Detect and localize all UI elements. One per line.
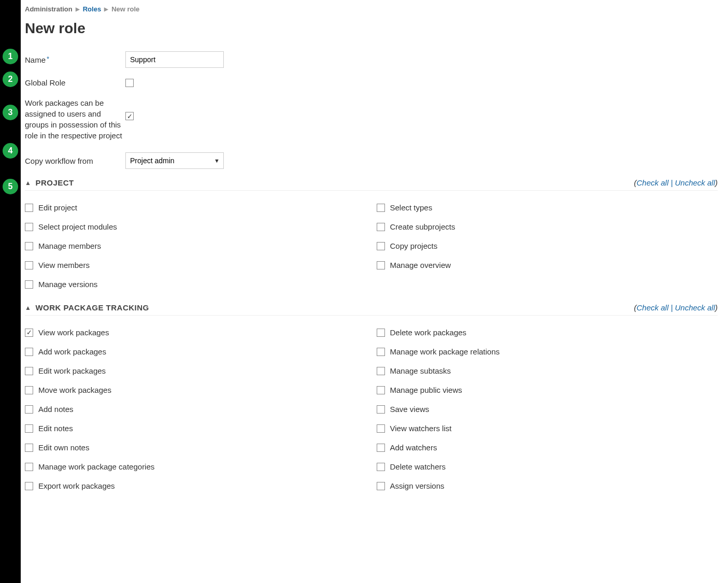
permission-checkbox[interactable] — [25, 424, 33, 433]
section-title-text: PROJECT — [35, 178, 74, 187]
permission-checkbox[interactable] — [377, 367, 385, 375]
permission-label: Edit notes — [38, 424, 73, 433]
permissions-section: ▲WORK PACKAGE TRACKING(Check all | Unche… — [25, 303, 718, 495]
permission-item: Edit project — [25, 198, 366, 217]
permission-item: Edit work packages — [25, 361, 366, 380]
permission-label: Manage work package relations — [390, 347, 500, 356]
permission-item: View work packages — [25, 323, 366, 342]
permission-checkbox[interactable] — [377, 223, 385, 231]
step-badge-5: 5 — [3, 179, 18, 194]
permission-item: Manage versions — [25, 275, 366, 294]
permission-checkbox[interactable] — [25, 405, 33, 414]
permission-label: View watchers list — [390, 424, 452, 433]
permission-checkbox[interactable] — [377, 242, 385, 250]
permission-item: Manage work package relations — [377, 342, 718, 361]
permission-checkbox[interactable] — [25, 444, 33, 452]
permission-label: Export work packages — [38, 481, 115, 490]
section-toggle[interactable]: ▲WORK PACKAGE TRACKING — [25, 303, 149, 312]
permission-checkbox[interactable] — [377, 204, 385, 212]
permission-item: Edit notes — [25, 419, 366, 438]
breadcrumb-admin[interactable]: Administration — [25, 5, 73, 13]
permission-item: Add notes — [25, 400, 366, 419]
permission-checkbox[interactable] — [25, 242, 33, 250]
permission-label: View members — [38, 261, 90, 269]
permission-checkbox[interactable] — [25, 348, 33, 356]
permission-item: View watchers list — [377, 419, 718, 438]
permission-label: Add watchers — [390, 443, 437, 452]
permission-label: Select project modules — [38, 222, 117, 231]
copy-workflow-label: Copy workflow from — [25, 155, 125, 166]
chevron-up-icon: ▲ — [25, 304, 31, 311]
permission-item: Delete work packages — [377, 323, 718, 342]
permission-label: Manage versions — [38, 280, 97, 289]
section-toggle[interactable]: ▲PROJECT — [25, 178, 74, 187]
permission-item: Delete watchers — [377, 457, 718, 476]
permission-checkbox[interactable] — [377, 348, 385, 356]
permission-label: Manage members — [38, 241, 101, 250]
permission-item: Add watchers — [377, 438, 718, 457]
global-role-checkbox[interactable] — [125, 79, 134, 87]
permission-item: Save views — [377, 400, 718, 419]
permission-item: Create subprojects — [377, 217, 718, 236]
permission-checkbox[interactable] — [25, 482, 33, 490]
chevron-right-icon: ▶ — [104, 6, 108, 12]
permission-item: Manage work package categories — [25, 457, 366, 476]
assignable-checkbox[interactable] — [125, 112, 134, 120]
permission-checkbox[interactable] — [377, 261, 385, 269]
assignable-label: Work packages can be assigned to users a… — [25, 97, 125, 141]
permission-item: Add work packages — [25, 342, 366, 361]
permission-label: Add work packages — [38, 347, 106, 356]
permission-label: Move work packages — [38, 386, 111, 394]
permission-label: Delete work packages — [390, 328, 467, 337]
permission-checkbox[interactable] — [377, 444, 385, 452]
permission-checkbox[interactable] — [377, 405, 385, 414]
permission-checkbox[interactable] — [377, 463, 385, 471]
permission-item: Select project modules — [25, 217, 366, 236]
page-title: New role — [25, 20, 718, 37]
permission-item: Manage subtasks — [377, 361, 718, 380]
permission-item: Manage overview — [377, 255, 718, 275]
step-badge-2: 2 — [3, 72, 18, 87]
breadcrumb: Administration ▶ Roles ▶ New role — [25, 5, 718, 13]
permission-checkbox[interactable] — [25, 386, 33, 394]
permission-checkbox[interactable] — [25, 204, 33, 212]
name-label: Name* — [25, 54, 125, 65]
permission-item: Manage members — [25, 236, 366, 255]
permission-label: Select types — [390, 203, 433, 212]
permission-checkbox[interactable] — [25, 329, 33, 337]
step-badge-1: 1 — [3, 49, 18, 64]
permission-item: Copy projects — [377, 236, 718, 255]
permission-item: View members — [25, 255, 366, 275]
permission-checkbox[interactable] — [25, 463, 33, 471]
permission-checkbox[interactable] — [377, 424, 385, 433]
step-badge-4: 4 — [3, 143, 18, 159]
step-badge-bar: 1 2 3 4 5 — [0, 0, 21, 583]
copy-workflow-select[interactable]: Project admin — [125, 152, 224, 169]
step-badge-3: 3 — [3, 105, 18, 120]
permission-label: Manage public views — [390, 386, 462, 394]
permission-item: Manage public views — [377, 380, 718, 400]
name-input[interactable] — [125, 51, 224, 68]
permission-label: Delete watchers — [390, 462, 446, 471]
permission-checkbox[interactable] — [25, 280, 33, 289]
permission-checkbox[interactable] — [377, 329, 385, 337]
uncheck-all-link[interactable]: Uncheck all — [675, 303, 715, 312]
uncheck-all-link[interactable]: Uncheck all — [675, 178, 715, 187]
check-all-link[interactable]: Check all — [637, 178, 669, 187]
permission-item: Move work packages — [25, 380, 366, 400]
check-all-link[interactable]: Check all — [637, 303, 669, 312]
permission-checkbox[interactable] — [25, 367, 33, 375]
permission-checkbox[interactable] — [377, 482, 385, 490]
permissions-section: ▲PROJECT(Check all | Uncheck all)Edit pr… — [25, 178, 718, 294]
permission-label: Manage work package categories — [38, 462, 154, 471]
permission-checkbox[interactable] — [25, 223, 33, 231]
permission-checkbox[interactable] — [377, 386, 385, 394]
permission-label: Add notes — [38, 405, 74, 414]
breadcrumb-roles[interactable]: Roles — [83, 5, 101, 13]
permission-item: Edit own notes — [25, 438, 366, 457]
permission-checkbox[interactable] — [25, 261, 33, 269]
breadcrumb-current: New role — [111, 5, 139, 13]
section-title-text: WORK PACKAGE TRACKING — [35, 303, 149, 312]
chevron-up-icon: ▲ — [25, 179, 31, 187]
permission-label: Create subprojects — [390, 222, 455, 231]
